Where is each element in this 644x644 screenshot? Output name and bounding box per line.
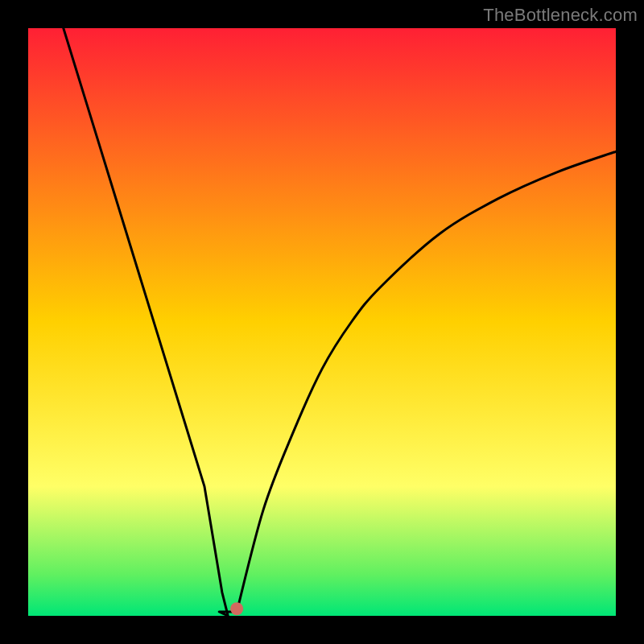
optimal-point-marker [230,602,243,615]
chart-frame: TheBottleneck.com [0,0,644,644]
plot-area [28,28,616,616]
watermark-text: TheBottleneck.com [483,5,638,26]
plot-svg [28,28,616,616]
gradient-background [28,28,616,616]
